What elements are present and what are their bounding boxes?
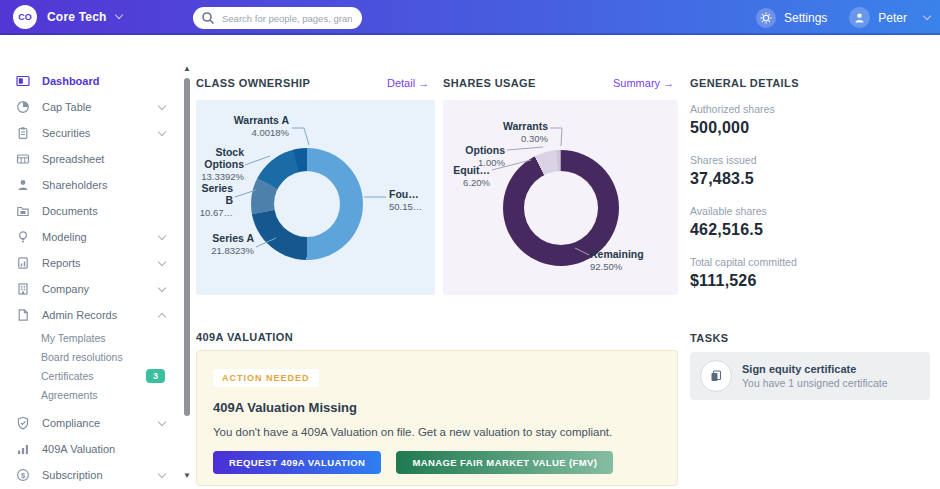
chevron-down-icon [158, 231, 166, 239]
chevron-down-icon [158, 417, 166, 425]
scrollbar-up-arrow[interactable]: ▲ [181, 64, 193, 73]
search-bar[interactable] [193, 7, 362, 29]
subscription-icon: $ [16, 468, 30, 482]
chevron-down-icon [158, 127, 166, 135]
sidebar-item-409a-valuation[interactable]: 409A Valuation [0, 436, 180, 462]
general-details-panel: Authorized shares 500,000 Shares issued … [690, 103, 935, 307]
sidebar-subitem-certificates[interactable]: Certificates 3 [0, 366, 180, 385]
compliance-icon [16, 416, 30, 430]
modeling-icon [16, 230, 30, 244]
company-avatar[interactable]: CO [13, 5, 37, 29]
action-needed-badge: ACTION NEEDED [213, 369, 319, 387]
securities-icon [16, 126, 30, 140]
sidebar-subitem-board-resolutions[interactable]: Board resolutions [0, 347, 180, 366]
chart-label-warrants: Warrants 0.30% [486, 120, 548, 145]
task-subtitle: You have 1 unsigned certificate [742, 377, 888, 389]
sidebar-item-documents[interactable]: Documents [0, 198, 180, 224]
certificates-count-badge: 3 [146, 369, 165, 383]
chevron-down-icon [158, 283, 166, 291]
tasks-section-title: TASKS [690, 332, 728, 344]
chevron-down-icon[interactable] [114, 11, 122, 19]
chevron-down-icon [158, 257, 166, 265]
settings-button[interactable]: Settings [784, 11, 827, 25]
chart-label-warrants-a: Warrants A 4.0018% [226, 114, 289, 139]
sidebar-item-dashboard[interactable]: Dashboard [0, 68, 180, 94]
valuation-body-text: You don't have a 409A Valuation on file.… [213, 426, 661, 438]
task-title: Sign equity certificate [742, 363, 888, 375]
admin-records-submenu: My Templates Board resolutions Certifica… [0, 328, 180, 404]
general-details-item: Shares issued 37,483.5 [690, 154, 935, 188]
general-details-item: Total capital committed $111,526 [690, 256, 935, 290]
user-avatar[interactable] [849, 7, 870, 28]
reports-icon [16, 256, 30, 270]
search-input[interactable] [220, 12, 354, 25]
valuation-icon [16, 442, 30, 456]
spreadsheet-icon [16, 152, 30, 166]
search-icon [201, 11, 215, 25]
general-details-title: GENERAL DETAILS [690, 77, 799, 89]
shareholders-icon [16, 178, 30, 192]
chevron-down-icon [158, 469, 166, 477]
gear-icon[interactable] [756, 8, 776, 28]
dashboard-icon [16, 74, 30, 88]
user-name[interactable]: Peter [878, 11, 907, 25]
sidebar-item-cap-table[interactable]: Cap Table [0, 94, 180, 120]
arrow-right-icon: → [663, 77, 674, 89]
company-icon [16, 282, 30, 296]
chart-label-series-b: Series B 10.67… [196, 182, 233, 219]
class-ownership-detail-link[interactable]: Detail → [387, 77, 429, 89]
arrow-right-icon: → [418, 77, 429, 89]
chart-label-series-a: Series A 21.8323% [206, 232, 254, 257]
sidebar-item-admin-records[interactable]: Admin Records [0, 302, 180, 328]
chevron-down-icon [158, 101, 166, 109]
cap-table-icon [16, 100, 30, 114]
scrollbar-thumb[interactable] [184, 78, 190, 416]
sidebar-item-company[interactable]: Company [0, 276, 180, 302]
documents-icon [16, 204, 30, 218]
sidebar-item-spreadsheet[interactable]: Spreadsheet [0, 146, 180, 172]
chart-label-equity: Equit… 6.20% [443, 164, 490, 189]
shares-usage-card: Warrants 0.30% Options 1.00% Equit… 6.20… [443, 100, 678, 295]
class-ownership-card: Warrants A 4.0018% Stock Options 13.3392… [196, 100, 435, 295]
shares-usage-title: SHARES USAGE [443, 77, 536, 89]
sidebar-subitem-my-templates[interactable]: My Templates [0, 328, 180, 347]
svg-text:$: $ [21, 471, 26, 480]
chart-label-remaining: Remaining 92.50% [590, 248, 670, 273]
request-409a-valuation-button[interactable]: REQUEST 409A VALUATION [213, 451, 381, 474]
topbar: CO Core Tech Settings [0, 0, 940, 35]
chart-label-founders: Fou… 50.15… [389, 188, 433, 213]
sidebar-item-reports[interactable]: Reports [0, 250, 180, 276]
general-details-item: Available shares 462,516.5 [690, 205, 935, 239]
class-ownership-title: CLASS OWNERSHIP [196, 77, 310, 89]
chart-label-stock-options: Stock Options 13.3392% [196, 146, 244, 183]
certificate-icon [700, 360, 732, 392]
sidebar-item-securities[interactable]: Securities [0, 120, 180, 146]
valuation-warning-card: ACTION NEEDED 409A Valuation Missing You… [196, 350, 678, 486]
valuation-section-title: 409A VALUATION [196, 331, 293, 343]
sidebar-subitem-agreements[interactable]: Agreements [0, 385, 180, 404]
chevron-up-icon [158, 312, 166, 320]
general-details-item: Authorized shares 500,000 [690, 103, 935, 137]
scrollbar-down-arrow[interactable]: ▼ [181, 471, 193, 480]
task-item-sign-certificate[interactable]: Sign equity certificate You have 1 unsig… [690, 352, 930, 400]
manage-fmv-button[interactable]: MANAGE FAIR MARKET VALUE (FMV) [396, 451, 613, 474]
company-name[interactable]: Core Tech [47, 10, 107, 24]
sidebar-item-shareholders[interactable]: Shareholders [0, 172, 180, 198]
sidebar-item-subscription[interactable]: $ Subscription [0, 462, 180, 488]
sidebar-item-compliance[interactable]: Compliance [0, 410, 180, 436]
admin-records-icon [16, 308, 30, 322]
sidebar: Dashboard Cap Table Securities Spreadshe… [0, 35, 180, 489]
sidebar-item-modeling[interactable]: Modeling [0, 224, 180, 250]
chevron-down-icon[interactable] [923, 12, 931, 20]
shares-usage-summary-link[interactable]: Summary → [613, 77, 674, 89]
valuation-heading: 409A Valuation Missing [213, 400, 661, 415]
